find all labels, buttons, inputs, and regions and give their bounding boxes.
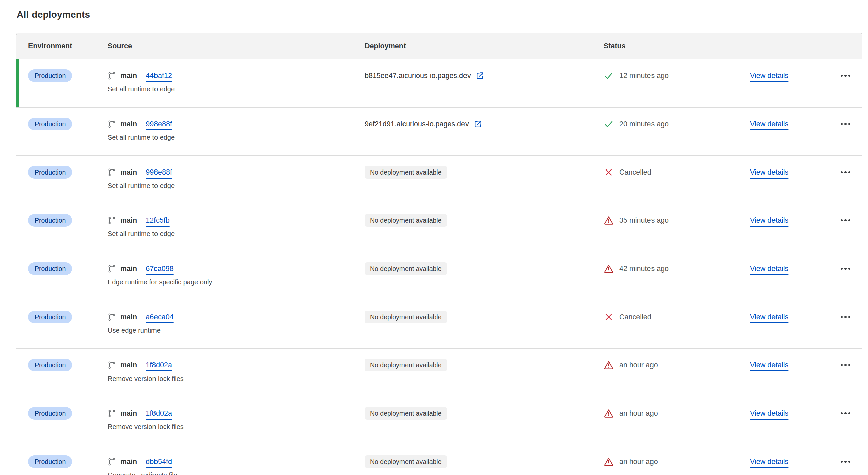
environment-badge: Production [28,166,72,179]
check-icon [603,71,614,81]
git-branch-icon [107,361,116,370]
commit-link[interactable]: dbb54fd [146,457,172,466]
status-icon [603,456,614,467]
environment-cell: Production [28,262,107,300]
actions-cell: View details [750,262,862,275]
view-details-link[interactable]: View details [750,120,788,128]
external-link-icon[interactable] [475,71,485,81]
environment-badge: Production [28,262,72,275]
ellipsis-icon[interactable] [840,410,851,417]
deployment-cell: No deployment available [365,407,603,445]
view-details-link[interactable]: View details [750,313,788,321]
git-branch-icon [107,265,116,273]
view-details-link[interactable]: View details [750,72,788,80]
no-deployment-badge: No deployment available [365,359,447,372]
no-deployment-badge: No deployment available [365,455,447,468]
table-row: Production main 44baf12 Set all runtime … [17,59,862,107]
source-cell: main 1f8d02a Remove version lock files [107,407,365,445]
branch-name: main [120,216,137,225]
commit-message: Set all runtime to edge [107,134,365,141]
environment-badge: Production [28,359,72,372]
ellipsis-icon[interactable] [840,458,851,466]
ellipsis-icon[interactable] [840,120,851,128]
status-icon [603,167,614,177]
commit-message: Generate _redirects file [107,471,365,475]
view-details-link[interactable]: View details [750,216,788,225]
branch-name: main [120,361,137,370]
table-row: Production main 67ca098 Edge runtime for [17,252,862,300]
environment-cell: Production [28,166,107,204]
x-icon [604,167,613,177]
environment-badge: Production [28,118,72,130]
table-row: Production main 1f8d02a Remove version l… [17,349,862,397]
ellipsis-icon[interactable] [840,217,851,224]
actions-cell: View details [750,166,862,179]
environment-cell: Production [28,311,107,348]
actions-cell: View details [750,407,862,420]
warning-icon [603,360,614,370]
status-icon [603,119,614,129]
branch-name: main [120,313,137,321]
commit-message: Remove version lock files [107,375,365,383]
view-details-link[interactable]: View details [750,265,788,273]
branch-name: main [120,409,137,418]
deployment-cell: No deployment available [365,262,603,300]
actions-cell: View details [750,69,862,82]
status-text: 35 minutes ago [619,216,669,225]
status-cell: an hour ago [603,359,750,397]
no-deployment-badge: No deployment available [365,262,447,275]
commit-link[interactable]: 998e88f [146,120,172,128]
view-details-link[interactable]: View details [750,168,788,177]
commit-message: Edge runtime for specific page only [107,278,365,286]
table-row: Production main 12fc5fb Set all runtime … [17,204,862,252]
actions-cell: View details [750,214,862,227]
status-cell: 42 minutes ago [603,262,750,300]
commit-link[interactable]: a6eca04 [146,313,174,321]
view-details-link[interactable]: View details [750,361,788,370]
ellipsis-icon[interactable] [840,72,851,80]
branch-name: main [120,120,137,128]
status-cell: Cancelled [603,311,750,348]
status-icon [603,215,614,225]
status-icon [603,408,614,418]
ellipsis-icon[interactable] [840,265,851,273]
commit-message: Remove version lock files [107,423,365,431]
actions-cell: View details [750,311,862,323]
commit-link[interactable]: 67ca098 [146,265,174,273]
status-cell: 12 minutes ago [603,69,750,107]
ellipsis-icon[interactable] [840,168,851,176]
status-icon [603,360,614,370]
source-cell: main 44baf12 Set all runtime to edge [107,69,365,107]
deployment-url: b815ee47.aicurious-io.pages.dev [365,72,471,80]
source-cell: main dbb54fd Generate _redirects file [107,455,365,475]
table-header: Environment Source Deployment Status [17,33,862,59]
view-details-link[interactable]: View details [750,457,788,466]
environment-badge: Production [28,407,72,420]
commit-link[interactable]: 1f8d02a [146,361,172,370]
branch-name: main [120,265,137,273]
commit-link[interactable]: 998e88f [146,168,172,177]
git-branch-icon [107,457,116,466]
ellipsis-icon[interactable] [840,361,851,369]
status-text: 42 minutes ago [619,265,669,273]
environment-badge: Production [28,214,72,227]
warning-icon [603,456,614,467]
check-icon [603,119,614,129]
environment-cell: Production [28,407,107,445]
status-text: an hour ago [619,457,658,466]
view-details-link[interactable]: View details [750,409,788,418]
ellipsis-icon[interactable] [840,313,851,321]
commit-link[interactable]: 44baf12 [146,72,172,80]
branch-name: main [120,72,137,80]
status-text: an hour ago [619,361,658,370]
warning-icon [603,264,614,274]
external-link-icon[interactable] [473,119,483,129]
source-cell: main 998e88f Set all runtime to edge [107,118,365,155]
status-text: an hour ago [619,409,658,418]
environment-cell: Production [28,359,107,397]
commit-link[interactable]: 12fc5fb [146,216,169,225]
status-text: 12 minutes ago [619,72,669,80]
commit-link[interactable]: 1f8d02a [146,409,172,418]
environment-badge: Production [28,311,72,323]
git-branch-icon [107,409,116,418]
